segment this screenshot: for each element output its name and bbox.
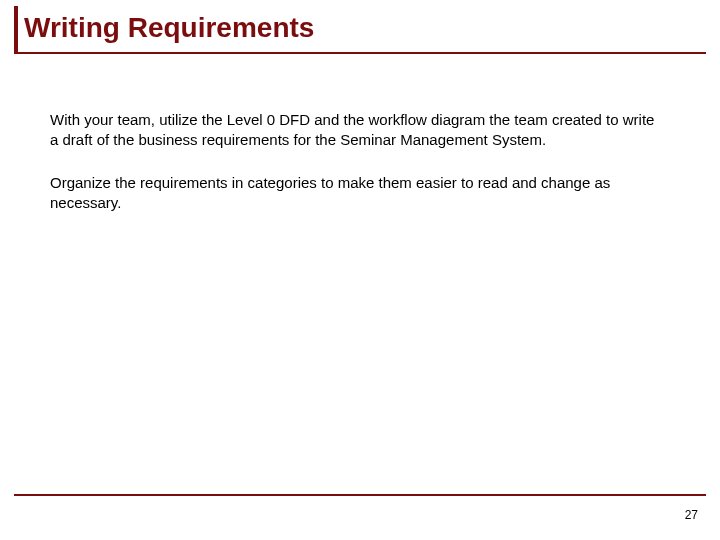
title-block: Writing Requirements bbox=[14, 10, 706, 54]
content-area: With your team, utilize the Level 0 DFD … bbox=[50, 110, 660, 235]
footer-divider bbox=[14, 494, 706, 496]
slide: Writing Requirements With your team, uti… bbox=[0, 0, 720, 540]
paragraph-2: Organize the requirements in categories … bbox=[50, 173, 660, 214]
title-underline bbox=[14, 52, 706, 54]
page-number: 27 bbox=[685, 508, 698, 522]
slide-title: Writing Requirements bbox=[14, 6, 706, 52]
paragraph-1: With your team, utilize the Level 0 DFD … bbox=[50, 110, 660, 151]
